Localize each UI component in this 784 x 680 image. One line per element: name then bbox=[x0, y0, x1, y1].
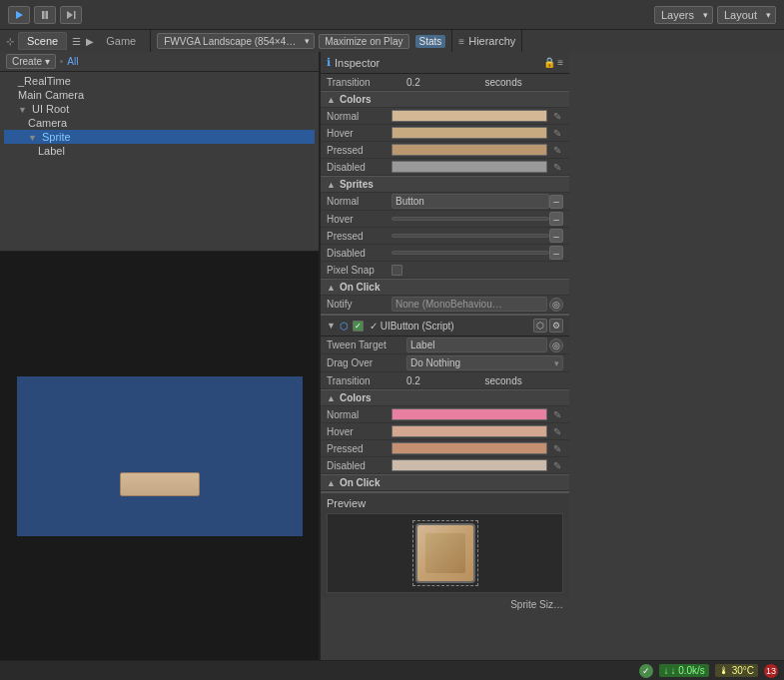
scene-icon: ⊹ bbox=[6, 36, 14, 47]
list-item[interactable]: ▼ UI Root bbox=[4, 102, 315, 116]
color2-normal-swatch[interactable] bbox=[392, 408, 547, 420]
sprite-pressed-minus[interactable]: – bbox=[549, 229, 563, 243]
color-disabled-row: Disabled ✎ bbox=[321, 159, 569, 176]
sprites-section-header[interactable]: ▲ Sprites bbox=[321, 176, 569, 193]
uibutton-enabled-checkbox[interactable]: ✓ bbox=[353, 321, 364, 332]
status-temperature: 🌡 30°C bbox=[715, 664, 758, 677]
normal-color-swatch[interactable] bbox=[392, 110, 547, 122]
colors1-section-header[interactable]: ▲ Colors bbox=[321, 91, 569, 108]
tab-scene[interactable]: Scene bbox=[18, 32, 67, 50]
color2-pressed-edit[interactable]: ✎ bbox=[551, 443, 563, 454]
pause-button[interactable] bbox=[34, 6, 56, 24]
create-button[interactable]: Create ▾ bbox=[6, 54, 56, 69]
sprite-normal-field[interactable]: Button bbox=[392, 194, 549, 209]
notify-field[interactable]: None (MonoBehaviou… bbox=[392, 297, 547, 312]
tabs-row: ⊹ Scene ☰ ▶ Game FWVGA Landscape (854×4…… bbox=[0, 30, 784, 52]
notify-row: Notify None (MonoBehaviou… ◎ bbox=[321, 296, 569, 314]
color2-normal-edit[interactable]: ✎ bbox=[551, 409, 563, 420]
hierarchy-tab-icon: ≡ bbox=[458, 36, 464, 47]
sprite-pressed-row: Pressed – bbox=[321, 228, 569, 245]
status-download: ↓ ↓ 0.0k/s bbox=[659, 664, 708, 677]
sprite-normal-minus[interactable]: – bbox=[549, 195, 563, 209]
svg-rect-4 bbox=[74, 11, 76, 19]
sprite-disabled-field[interactable] bbox=[392, 251, 549, 255]
game-icon: ▶ bbox=[86, 36, 94, 47]
sprite-hover-minus[interactable]: – bbox=[549, 212, 563, 226]
uibutton-transition-row: Transition 0.2 seconds bbox=[321, 372, 569, 389]
inspector-header: ℹ Inspector 🔒 ≡ bbox=[321, 52, 569, 74]
maximize-button[interactable]: Maximize on Play bbox=[319, 34, 408, 49]
color2-hover-edit[interactable]: ✎ bbox=[551, 426, 563, 437]
color2-disabled-edit[interactable]: ✎ bbox=[551, 460, 563, 471]
tab-hierarchy[interactable]: ≡ Hierarchy bbox=[452, 30, 522, 52]
svg-rect-2 bbox=[46, 11, 49, 19]
pressed-color-edit[interactable]: ✎ bbox=[551, 145, 563, 156]
sprite-hover-field[interactable] bbox=[392, 217, 549, 221]
tween-target-field[interactable]: Label bbox=[406, 338, 547, 352]
uibutton-link-icon[interactable]: ⬡ bbox=[533, 319, 547, 333]
pressed-color-swatch[interactable] bbox=[392, 144, 547, 156]
sprite-disabled-minus[interactable]: – bbox=[549, 246, 563, 260]
disabled-color-edit[interactable]: ✎ bbox=[551, 162, 563, 173]
color2-pressed-swatch[interactable] bbox=[392, 442, 547, 454]
onclick1-section-header[interactable]: ▲ On Click bbox=[321, 279, 569, 296]
tab-menu-button[interactable]: ☰ bbox=[69, 36, 84, 47]
status-ok-icon: ✓ bbox=[639, 664, 653, 678]
sprite-disabled-row: Disabled – bbox=[321, 245, 569, 262]
all-filter-button[interactable]: All bbox=[67, 56, 78, 67]
list-item[interactable]: Label bbox=[4, 144, 315, 158]
list-item-sprite[interactable]: ▼ Sprite bbox=[4, 130, 315, 144]
color2-disabled-row: Disabled ✎ bbox=[321, 457, 569, 474]
pixel-snap-row: Pixel Snap bbox=[321, 262, 569, 279]
hover-color-edit[interactable]: ✎ bbox=[551, 128, 563, 139]
inspector-menu-icon[interactable]: ≡ bbox=[557, 57, 563, 68]
sprite-thumbnail bbox=[415, 523, 475, 583]
drag-over-row: Drag Over Do Nothing ▾ bbox=[321, 354, 569, 372]
list-item[interactable]: Main Camera bbox=[4, 88, 315, 102]
status-notification-badge: 13 bbox=[764, 664, 778, 678]
game-view bbox=[0, 252, 320, 660]
color2-hover-swatch[interactable] bbox=[392, 425, 547, 437]
color2-pressed-row: Pressed ✎ bbox=[321, 440, 569, 457]
color2-hover-row: Hover ✎ bbox=[321, 423, 569, 440]
status-bar: ✓ ↓ ↓ 0.0k/s 🌡 30°C 13 bbox=[0, 660, 784, 680]
preview-sprite-area bbox=[327, 513, 563, 593]
list-item[interactable]: _RealTime bbox=[4, 74, 315, 88]
layers-dropdown[interactable]: Layers bbox=[654, 6, 713, 24]
hover-color-swatch[interactable] bbox=[392, 127, 547, 139]
onclick2-fold-arrow: ▲ bbox=[327, 478, 336, 488]
tween-target-circle-btn[interactable]: ◎ bbox=[549, 339, 563, 352]
stats-button[interactable]: Stats bbox=[415, 35, 446, 48]
inspector-icon: ℹ bbox=[327, 56, 331, 69]
uibutton-gear-icon[interactable]: ⚙ bbox=[549, 319, 563, 333]
color2-disabled-swatch[interactable] bbox=[392, 459, 547, 471]
hierarchy-panel: Create ▾ • All _RealTime Main Camera ▼ U… bbox=[0, 52, 320, 252]
colors2-section-header[interactable]: ▲ Colors bbox=[321, 389, 569, 406]
colors2-fold-arrow: ▲ bbox=[327, 393, 336, 403]
onclick1-fold-arrow: ▲ bbox=[327, 283, 336, 293]
disabled-color-swatch[interactable] bbox=[392, 161, 547, 173]
preview-label: Preview bbox=[327, 497, 563, 509]
list-item[interactable]: Camera bbox=[4, 116, 315, 130]
tween-target-row: Tween Target Label ◎ bbox=[321, 337, 569, 354]
notify-circle-btn[interactable]: ◎ bbox=[549, 298, 563, 312]
step-button[interactable] bbox=[60, 6, 82, 24]
sprite-hover-row: Hover – bbox=[321, 211, 569, 228]
drag-over-field[interactable]: Do Nothing ▾ bbox=[406, 355, 563, 370]
inspector-lock-icon[interactable]: 🔒 bbox=[543, 57, 555, 68]
tab-game[interactable]: Game bbox=[98, 33, 144, 49]
uibutton-component-icons: ⬡ ⚙ bbox=[533, 319, 563, 333]
play-button[interactable] bbox=[8, 6, 30, 24]
sprites-fold-arrow: ▲ bbox=[327, 180, 336, 190]
ui-button-preview bbox=[120, 472, 200, 496]
uibutton-fold-arrow[interactable]: ▼ bbox=[327, 321, 336, 331]
onclick2-section-header[interactable]: ▲ On Click bbox=[321, 474, 569, 491]
svg-marker-3 bbox=[67, 11, 73, 19]
resolution-dropdown[interactable]: FWVGA Landscape (854×4… bbox=[157, 33, 315, 49]
scene-game-tabgroup: ⊹ Scene ☰ ▶ Game bbox=[0, 30, 151, 52]
layout-dropdown[interactable]: Layout bbox=[717, 6, 776, 24]
pixel-snap-checkbox[interactable] bbox=[392, 265, 402, 276]
sprite-normal-row: Normal Button – bbox=[321, 193, 569, 211]
normal-color-edit[interactable]: ✎ bbox=[551, 111, 563, 122]
sprite-pressed-field[interactable] bbox=[392, 234, 549, 238]
